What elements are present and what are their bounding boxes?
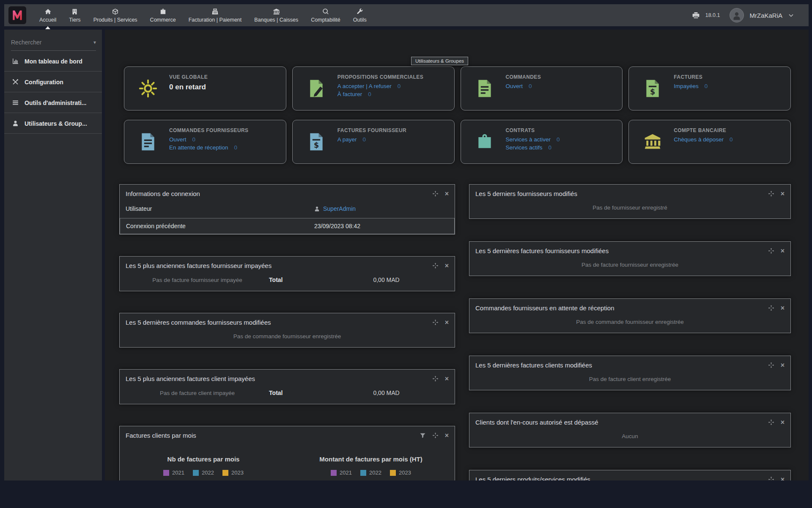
move-widget-handle[interactable] [432, 375, 439, 382]
close-widget-button[interactable]: × [445, 376, 449, 382]
card-lines: A payer0 [337, 136, 448, 143]
close-widget-button[interactable]: × [781, 305, 785, 311]
sidebar-item-mon-tableau-de-bord[interactable]: Mon tableau de bord [4, 51, 102, 72]
menu-item-commerce[interactable]: Commerce [144, 4, 182, 26]
widget-title: Les 5 plus anciennes factures fournisseu… [126, 262, 432, 269]
move-widget-handle[interactable] [768, 190, 774, 197]
card-contrats: CONTRATS Services à activer0Services act… [461, 120, 623, 164]
menu-item-label: Outils [353, 17, 367, 23]
menu-item-accueil[interactable]: Accueil [33, 4, 63, 26]
card-link[interactable]: Impayées [674, 83, 699, 89]
widget-anciennes-factures-fournisseur-impayees: Les 5 plus anciennes factures fournisseu… [119, 256, 455, 291]
move-widget-handle[interactable] [768, 476, 774, 480]
card-link[interactable]: À facturer [337, 91, 362, 97]
bank-icon [273, 8, 280, 15]
sidebar-item-utilisateurs-groupes[interactable]: Utilisateurs & Group... [4, 113, 102, 134]
card-value: 0 en retard [169, 83, 280, 91]
card-count[interactable]: 0 [529, 83, 532, 89]
menu-item-banques-caisses[interactable]: Banques | Caisses [248, 4, 304, 26]
list-icon [12, 99, 19, 106]
close-widget-button[interactable]: × [781, 362, 785, 368]
close-widget-button[interactable]: × [781, 477, 785, 481]
card-title: PROPOSITIONS COMMERCIALES [337, 74, 448, 80]
card-link[interactable]: Chèques à déposer [674, 136, 724, 143]
card-link[interactable]: Services actifs [506, 144, 543, 151]
widget-total-label: Total [269, 389, 324, 396]
chart-nb-factures: Nb de factures par mois 2021 2022 2023 1… [120, 443, 287, 480]
search-input[interactable]: Rechercher ▾ [11, 39, 96, 51]
menu-item-facturation-paiement[interactable]: Facturation | Paiement [182, 4, 248, 26]
widget-clients-en-cours-depasse: Clients dont l'en-cours autorisé est dép… [469, 413, 791, 447]
close-widget-button[interactable]: × [445, 433, 449, 439]
card-title: COMPTE BANCAIRE [674, 127, 785, 133]
bank-icon [643, 133, 662, 151]
chart-title: Nb de factures par mois [120, 456, 287, 463]
sidebar-item-configuration[interactable]: Configuration [4, 72, 102, 92]
legend-swatch [222, 470, 228, 476]
move-widget-handle[interactable] [432, 319, 439, 326]
card-title: VUE GLOBALE [169, 74, 280, 80]
widget-title: Les 5 derniers fournisseurs modifiés [475, 190, 768, 197]
card-factures: $ FACTURES Impayées0 [628, 66, 791, 110]
close-widget-button[interactable]: × [445, 320, 449, 326]
card-link[interactable]: A accepter | A refuser [337, 83, 392, 89]
avatar[interactable] [730, 8, 744, 22]
card-commandes: COMMANDES Ouvert0 [461, 66, 623, 110]
move-widget-handle[interactable] [768, 419, 774, 425]
menu-item-comptabilite[interactable]: Comptabilité [304, 4, 346, 26]
card-lines: Chèques à déposer0 [674, 136, 785, 143]
card-count[interactable]: 0 [234, 144, 238, 151]
widget-total-label: Total [269, 276, 324, 283]
widget-empty-text: Pas de fournisseur enregistré [593, 204, 667, 211]
menu-item-label: Produits | Services [93, 17, 137, 23]
widget-anciennes-factures-client-impayees: Les 5 plus anciennes factures client imp… [119, 369, 455, 404]
sidebar-item-label: Outils d'administrati... [25, 99, 86, 106]
card-link[interactable]: Ouvert [506, 83, 523, 89]
card-count[interactable]: 0 [368, 91, 371, 97]
close-widget-button[interactable]: × [445, 263, 449, 269]
axis-tick: 1.0 [120, 480, 287, 480]
card-count[interactable]: 0 [557, 136, 560, 143]
sidebar-item-outils-administration[interactable]: Outils d'administrati... [4, 92, 102, 113]
close-widget-button[interactable]: × [781, 420, 785, 425]
card-count[interactable]: 0 [549, 144, 552, 151]
printer-icon[interactable] [692, 11, 700, 19]
close-widget-button[interactable]: × [781, 191, 785, 197]
menu-item-label: Commerce [150, 17, 176, 23]
app-logo[interactable] [8, 6, 26, 24]
sidebar-item-label: Configuration [25, 79, 63, 86]
move-widget-handle[interactable] [768, 362, 774, 368]
card-count[interactable]: 0 [705, 83, 708, 89]
chevron-down-icon[interactable] [788, 12, 794, 19]
card-count[interactable]: 0 [398, 83, 401, 89]
card-count[interactable]: 0 [730, 136, 733, 143]
doc-dollar-icon: $ [643, 79, 662, 98]
move-widget-handle[interactable] [432, 432, 439, 439]
menu-item-produits-services[interactable]: Produits | Services [87, 4, 144, 26]
card-link[interactable]: A payer [337, 136, 357, 143]
doc-lines-icon [475, 79, 494, 98]
menu-item-tiers[interactable]: Tiers [63, 4, 87, 26]
card-count[interactable]: 0 [363, 136, 366, 143]
card-link[interactable]: En attente de réception [169, 144, 228, 151]
close-widget-button[interactable]: × [781, 248, 785, 254]
card-count[interactable]: 0 [192, 136, 196, 143]
move-widget-handle[interactable] [768, 305, 774, 311]
card-status-line: Services à activer0 [506, 136, 617, 143]
menu-item-outils[interactable]: Outils [347, 4, 373, 26]
card-link[interactable]: Services à activer [506, 136, 551, 143]
widget-factures-clients-par-mois: Factures clients par mois × Nb de factur… [119, 426, 455, 480]
card-title: FACTURES FOURNISSEUR [337, 127, 448, 133]
widget-empty-text: Pas de facture fournisseur impayée [126, 277, 269, 283]
widget-title: Les 5 derniers produits/services modifié… [475, 476, 768, 480]
legend-item: 2022 [360, 469, 381, 476]
move-widget-handle[interactable] [432, 190, 439, 197]
move-widget-handle[interactable] [768, 248, 774, 254]
move-widget-handle[interactable] [432, 262, 439, 269]
user-menu[interactable]: MrZaKaRiA [749, 12, 782, 19]
superadmin-link[interactable]: SuperAdmin [323, 205, 356, 212]
card-link[interactable]: Ouvert [169, 136, 187, 143]
filter-icon[interactable] [420, 432, 426, 439]
tools-x-icon [12, 78, 19, 86]
close-widget-button[interactable]: × [445, 191, 449, 197]
